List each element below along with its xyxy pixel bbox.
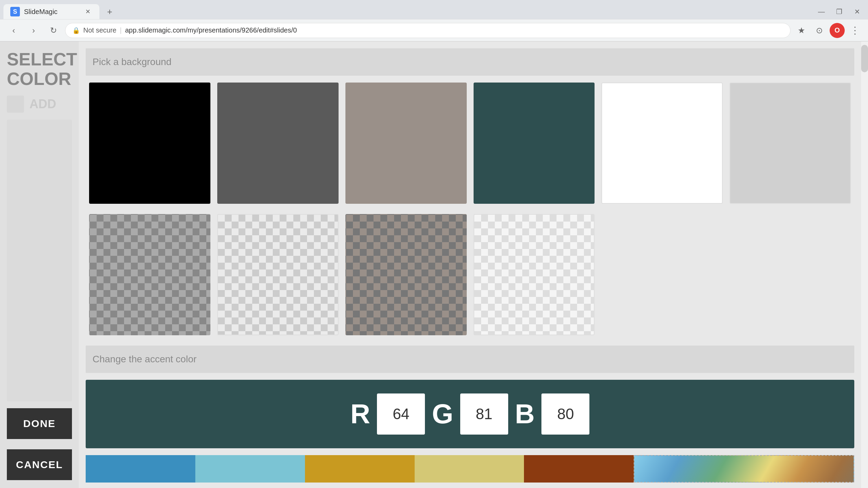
done-button[interactable]: DONE	[7, 408, 72, 439]
tab-close-button[interactable]: ✕	[83, 7, 93, 16]
back-button[interactable]: ‹	[5, 22, 22, 39]
close-window-button[interactable]: ✕	[849, 4, 865, 19]
palette-color-yellow[interactable]	[415, 455, 524, 483]
color-swatch-checker-light-small[interactable]	[474, 214, 595, 335]
security-icon: 🔒	[72, 27, 80, 34]
color-swatch-light-gray[interactable]	[730, 83, 851, 204]
title-line2: COLOR	[7, 69, 72, 89]
address-bar[interactable]: 🔒 Not secure | app.slidemagic.com/my/pre…	[65, 23, 791, 38]
color-swatch-checker-dark-small[interactable]	[345, 214, 467, 335]
g-input[interactable]	[460, 393, 508, 435]
checker-color-grid	[86, 214, 854, 335]
accent-header-text: Change the accent color	[93, 354, 197, 364]
tab-title: SlideMagic	[24, 8, 79, 16]
rgb-section: R G B	[86, 380, 854, 448]
sidebar-add-row: ADD	[7, 96, 72, 113]
sidebar-color-preview	[7, 96, 24, 113]
main-panel: Pick a background Change the accent colo…	[79, 41, 861, 488]
scrollbar[interactable]	[861, 41, 868, 488]
window-controls: — ❐ ✕	[814, 4, 865, 19]
color-swatch-checker-dark[interactable]	[89, 214, 210, 335]
maximize-button[interactable]: ❐	[832, 4, 847, 19]
menu-icon[interactable]: ⋮	[847, 23, 863, 38]
tab-favicon: S	[10, 7, 20, 16]
palette-color-gold[interactable]	[305, 455, 415, 483]
new-tab-button[interactable]: +	[102, 4, 117, 19]
cancel-button[interactable]: CANCEL	[7, 449, 72, 480]
extensions-icon[interactable]: ⊙	[812, 23, 827, 38]
sidebar-add-label: ADD	[29, 97, 56, 111]
not-secure-label: Not secure	[83, 26, 117, 34]
bookmark-icon[interactable]: ★	[794, 23, 809, 38]
browser-chrome: S SlideMagic ✕ + — ❐ ✕ ‹ › ↻ 🔒 Not secur…	[0, 0, 868, 41]
palette-art-image[interactable]	[634, 455, 854, 483]
g-label: G	[432, 398, 453, 430]
address-separator: |	[120, 26, 122, 34]
refresh-button[interactable]: ↻	[45, 22, 62, 39]
b-input[interactable]	[541, 393, 589, 435]
color-swatch-white[interactable]	[601, 83, 723, 204]
active-tab[interactable]: S SlideMagic ✕	[3, 4, 99, 19]
user-avatar[interactable]: O	[830, 23, 845, 38]
title-line1: SELECT	[7, 50, 72, 69]
background-header-text: Pick a background	[93, 57, 171, 67]
slide-list	[7, 120, 72, 401]
color-swatch-dark-gray[interactable]	[217, 83, 339, 204]
r-input[interactable]	[377, 393, 425, 435]
palette-section	[86, 455, 854, 483]
forward-button[interactable]: ›	[25, 22, 42, 39]
background-section-header: Pick a background	[86, 48, 854, 76]
color-swatch-black[interactable]	[89, 83, 210, 204]
color-swatch-medium-gray[interactable]	[345, 83, 467, 204]
app-content: SELECT COLOR ADD DONE CANCEL Pick a back…	[0, 41, 868, 488]
solid-color-grid	[86, 83, 854, 204]
url-text: app.slidemagic.com/my/presentations/9266…	[125, 26, 783, 34]
palette-color-blue[interactable]	[86, 455, 195, 483]
palette-color-brown[interactable]	[524, 455, 634, 483]
tab-strip: S SlideMagic ✕ + — ❐ ✕	[0, 0, 868, 19]
b-label: B	[515, 398, 535, 430]
select-color-title: SELECT COLOR	[7, 50, 72, 89]
minimize-button[interactable]: —	[814, 4, 829, 19]
r-label: R	[351, 398, 370, 430]
accent-section-header: Change the accent color	[86, 346, 854, 373]
color-swatch-dark-teal[interactable]	[474, 83, 595, 204]
browser-toolbar: ‹ › ↻ 🔒 Not secure | app.slidemagic.com/…	[0, 19, 868, 41]
palette-color-light-blue[interactable]	[195, 455, 305, 483]
color-swatch-checker-light[interactable]	[217, 214, 339, 335]
toolbar-actions: ★ ⊙ O ⋮	[794, 23, 863, 38]
sidebar: SELECT COLOR ADD DONE CANCEL	[0, 41, 79, 488]
